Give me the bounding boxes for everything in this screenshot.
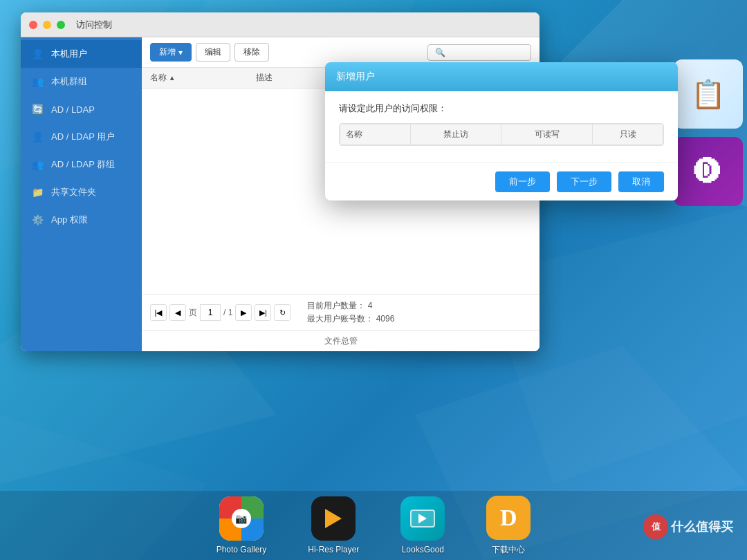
first-page-btn[interactable]: |◀ bbox=[150, 304, 167, 321]
user-icon: 👤 bbox=[30, 47, 44, 61]
next-step-button[interactable]: 下一步 bbox=[557, 171, 611, 192]
sidebar-item-ad-ldap-users[interactable]: 👤 AD / LDAP 用户 bbox=[21, 123, 142, 151]
window-title: 访问控制 bbox=[76, 19, 112, 31]
sidebar-item-shared-folder[interactable]: 📁 共享文件夹 bbox=[21, 178, 142, 206]
permission-table: 名称 禁止访 可读写 只读 bbox=[340, 124, 663, 145]
app-label-looks-good: LooksGood bbox=[402, 545, 444, 554]
sidebar-label-app-perms: App 权限 bbox=[51, 214, 88, 226]
add-button[interactable]: 新增 ▾ bbox=[150, 43, 192, 62]
next-page-btn[interactable]: ▶ bbox=[235, 304, 252, 321]
total-pages: / 1 bbox=[223, 308, 232, 317]
app-hi-res-player[interactable]: Hi-Res Player bbox=[308, 496, 359, 554]
last-page-btn[interactable]: ▶| bbox=[255, 304, 271, 321]
sidebar: 👤 本机用户 👥 本机群组 🔄 AD / LDAP 👤 AD / LDAP 用户… bbox=[21, 37, 142, 351]
sidebar-item-local-groups[interactable]: 👥 本机群组 bbox=[21, 68, 142, 95]
col-name: 名称 bbox=[142, 68, 248, 88]
cancel-button[interactable]: 取消 bbox=[618, 171, 664, 192]
maximize-btn[interactable] bbox=[57, 21, 65, 29]
search-input[interactable] bbox=[427, 44, 531, 61]
app-label-photo-gallery: Photo Gallery bbox=[216, 545, 267, 554]
window-titlebar: 访问控制 bbox=[21, 12, 540, 37]
max-user-value: 4096 bbox=[376, 314, 395, 324]
new-user-dialog: 新增用户 请设定此用户的访问权限： 名称 禁止访 可读写 只读 前一步 下一步 bbox=[325, 62, 678, 200]
taskbar: 📷 Photo Gallery Hi-Res Player LooksGood … bbox=[0, 491, 747, 560]
app-download-center[interactable]: D 下载中心 bbox=[486, 496, 531, 556]
dialog-description: 请设定此用户的访问权限： bbox=[339, 102, 664, 115]
desktop-right-apps: 📋 🅓 bbox=[670, 55, 747, 210]
user-stats: 目前用户数量： 4 最大用户账号数： 4096 bbox=[307, 300, 394, 325]
perm-col-deny: 禁止访 bbox=[410, 124, 501, 145]
perm-col-name: 名称 bbox=[340, 124, 411, 145]
perm-col-readwrite: 可读写 bbox=[501, 124, 593, 145]
perm-col-readonly: 只读 bbox=[593, 124, 663, 145]
pagination-bar: |◀ ◀ 页 / 1 ▶ ▶| ↻ 目前用户数量： 4 最大用户账号数： 409… bbox=[142, 294, 540, 330]
prev-step-button[interactable]: 前一步 bbox=[495, 171, 550, 192]
dropdown-arrow-icon: ▾ bbox=[178, 48, 183, 57]
page-label: 页 bbox=[189, 307, 197, 319]
user-count-label: 目前用户数量： bbox=[307, 301, 365, 310]
prev-page-btn[interactable]: ◀ bbox=[169, 304, 186, 321]
user-count-value: 4 bbox=[368, 301, 373, 310]
logo-text: 什么值得买 bbox=[671, 519, 733, 535]
refresh-btn[interactable]: ↻ bbox=[274, 304, 290, 321]
dialog-title: 新增用户 bbox=[336, 71, 375, 83]
delete-button[interactable]: 移除 bbox=[234, 43, 269, 62]
dialog-titlebar: 新增用户 bbox=[325, 62, 678, 91]
sidebar-item-ad-ldap-groups[interactable]: 👥 AD / LDAP 群组 bbox=[21, 151, 142, 178]
sidebar-label-ad-groups: AD / LDAP 群组 bbox=[51, 158, 115, 171]
max-user-label: 最大用户账号数： bbox=[307, 314, 374, 324]
app-photo-gallery[interactable]: 📷 Photo Gallery bbox=[216, 496, 267, 554]
minimize-btn[interactable] bbox=[43, 21, 51, 29]
col-desc: 描述 bbox=[248, 68, 331, 88]
sidebar-label-local-users: 本机用户 bbox=[51, 48, 87, 60]
logo-icon: 值 bbox=[643, 514, 668, 539]
sidebar-item-app-permissions[interactable]: ⚙️ App 权限 bbox=[21, 206, 142, 234]
group-icon: 👥 bbox=[30, 75, 44, 88]
app-label-hi-res: Hi-Res Player bbox=[308, 545, 359, 554]
app-icon-small: ⚙️ bbox=[30, 213, 44, 227]
folder-icon: 📁 bbox=[30, 185, 44, 199]
page-input[interactable] bbox=[200, 304, 221, 321]
sidebar-label-ad-ldap: AD / LDAP bbox=[51, 104, 95, 115]
dialog-body: 请设定此用户的访问权限： 名称 禁止访 可读写 只读 bbox=[325, 91, 678, 157]
sidebar-item-ad-ldap[interactable]: 🔄 AD / LDAP bbox=[21, 95, 142, 123]
sidebar-label-ad-users: AD / LDAP 用户 bbox=[51, 131, 115, 143]
sidebar-label-shared-folder: 共享文件夹 bbox=[51, 186, 96, 198]
ad-icon: 🔄 bbox=[30, 102, 44, 116]
close-btn[interactable] bbox=[29, 21, 37, 29]
ad-group-icon: 👥 bbox=[30, 158, 44, 171]
app-label-download: 下载中心 bbox=[492, 544, 525, 556]
sidebar-item-local-users[interactable]: 👤 本机用户 bbox=[21, 40, 142, 68]
edit-button[interactable]: 编辑 bbox=[196, 43, 230, 62]
dialog-footer: 前一步 下一步 取消 bbox=[325, 162, 678, 200]
taskbar-apps: 📷 Photo Gallery Hi-Res Player LooksGood … bbox=[216, 496, 531, 556]
sidebar-label-local-groups: 本机群组 bbox=[51, 75, 87, 88]
file-manager-label: 文件总管 bbox=[142, 330, 540, 351]
app-looks-good[interactable]: LooksGood bbox=[400, 496, 445, 554]
ad-user-icon: 👤 bbox=[30, 130, 44, 144]
bottom-logo: 值 什么值得买 bbox=[643, 514, 733, 539]
